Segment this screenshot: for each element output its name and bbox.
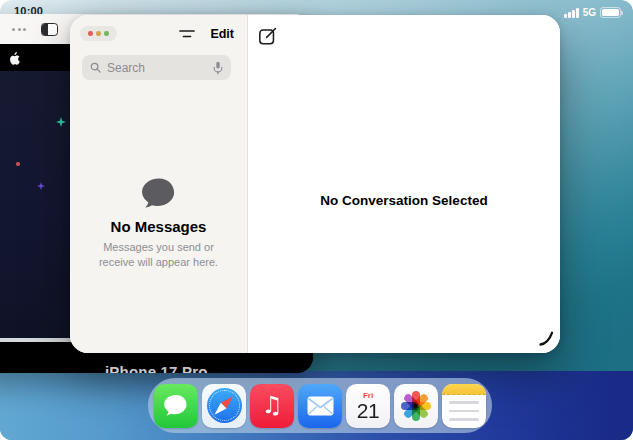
sidebar-header: Edit	[70, 15, 247, 41]
dock: ♫ Fri 21	[148, 378, 492, 433]
ipad-screen: 10:00 5G iPhone 17 Pro	[0, 0, 633, 440]
dock-app-mail[interactable]	[298, 384, 342, 428]
search-input[interactable]: Search	[82, 55, 231, 80]
edit-button[interactable]: Edit	[210, 27, 234, 41]
search-icon	[90, 62, 101, 73]
close-window-dot[interactable]	[88, 31, 93, 36]
window-controls[interactable]	[80, 26, 117, 41]
empty-state-title: No Messages	[80, 218, 237, 235]
network-type-label: 5G	[583, 7, 596, 18]
more-options-icon[interactable]	[12, 28, 26, 31]
empty-state-subtitle: Messages you send or receive will appear…	[80, 240, 237, 271]
compose-button[interactable]	[257, 25, 279, 47]
notes-yellow-band	[442, 384, 486, 396]
dictation-mic-icon[interactable]	[213, 61, 223, 75]
conversation-pane: No Conversation Selected	[248, 15, 560, 353]
minimize-window-dot[interactable]	[96, 31, 101, 36]
dock-app-photos[interactable]	[394, 384, 438, 428]
zoom-window-dot[interactable]	[104, 31, 109, 36]
apple-logo-icon	[8, 51, 20, 65]
teal-sparkle-decoration	[56, 117, 66, 127]
product-name-label[interactable]: iPhone 17 Pro	[105, 363, 208, 373]
purple-sparkle-decoration	[37, 182, 45, 190]
music-note-icon: ♫	[261, 393, 283, 417]
mail-envelope-icon	[307, 396, 334, 416]
messages-window: Edit Search No Messages Mess	[70, 15, 560, 353]
status-indicators: 5G	[564, 7, 621, 18]
signal-strength-icon	[564, 8, 579, 18]
no-conversation-label: No Conversation Selected	[248, 193, 560, 208]
dock-app-safari[interactable]	[202, 384, 246, 428]
safari-compass-icon	[207, 388, 242, 423]
dock-app-music[interactable]: ♫	[250, 384, 294, 428]
filter-icon[interactable]	[179, 28, 195, 40]
search-placeholder: Search	[107, 61, 207, 75]
calendar-day: 21	[357, 400, 379, 422]
messages-app-icon	[163, 394, 189, 417]
sidebar-toggle-icon[interactable]	[41, 23, 58, 36]
compose-icon	[258, 26, 278, 46]
dock-app-messages[interactable]	[154, 384, 198, 428]
no-messages-empty-state: No Messages Messages you send or receive…	[80, 177, 237, 271]
dock-app-calendar[interactable]: Fri 21	[346, 384, 390, 428]
window-resize-handle[interactable]	[539, 331, 554, 350]
chat-bubble-icon	[140, 177, 178, 210]
battery-icon	[600, 7, 621, 18]
dock-app-notes[interactable]	[442, 384, 486, 428]
photos-flower-icon	[400, 390, 432, 422]
messages-sidebar: Edit Search No Messages Mess	[70, 15, 248, 353]
red-dot-decoration	[16, 162, 20, 166]
